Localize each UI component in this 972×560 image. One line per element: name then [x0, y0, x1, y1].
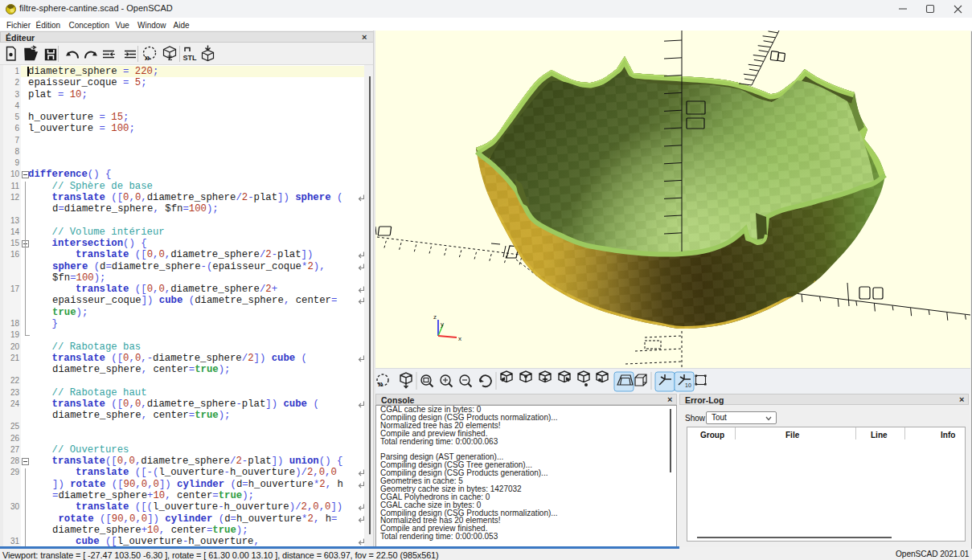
svg-text:x: x — [458, 335, 461, 342]
svg-text:»: » — [145, 51, 150, 63]
svg-text:z: z — [433, 313, 437, 321]
svg-text:STL: STL — [183, 54, 198, 62]
svg-text:10: 10 — [685, 382, 691, 388]
svg-text:»: » — [378, 378, 383, 390]
svg-text:y: y — [441, 321, 444, 328]
